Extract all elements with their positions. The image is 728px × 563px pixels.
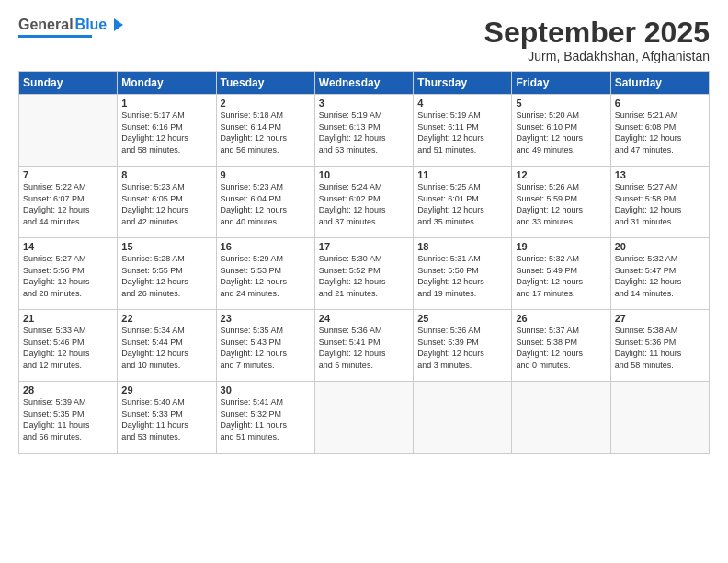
table-row: 5Sunrise: 5:20 AM Sunset: 6:10 PM Daylig…	[512, 95, 610, 167]
day-info: Sunrise: 5:38 AM Sunset: 5:36 PM Dayligh…	[615, 325, 705, 371]
logo: General Blue	[18, 17, 125, 38]
table-row	[314, 382, 413, 454]
day-number: 3	[319, 98, 409, 109]
day-number: 30	[221, 385, 311, 396]
day-info: Sunrise: 5:40 AM Sunset: 5:33 PM Dayligh…	[121, 396, 211, 442]
header-monday: Monday	[118, 72, 216, 95]
day-number: 21	[23, 313, 113, 324]
day-number: 18	[417, 241, 507, 252]
day-info: Sunrise: 5:26 AM Sunset: 5:59 PM Dayligh…	[516, 181, 606, 227]
calendar-table: Sunday Monday Tuesday Wednesday Thursday…	[18, 71, 710, 454]
month-title: September 2025	[484, 17, 710, 49]
day-number: 12	[516, 169, 606, 180]
day-number: 28	[23, 385, 113, 396]
day-number: 5	[516, 98, 606, 109]
table-row: 23Sunrise: 5:35 AM Sunset: 5:43 PM Dayli…	[216, 310, 314, 382]
table-row: 16Sunrise: 5:29 AM Sunset: 5:53 PM Dayli…	[216, 238, 314, 310]
day-number: 14	[23, 241, 113, 252]
logo-general: General	[18, 17, 74, 33]
title-section: September 2025 Jurm, Badakhshan, Afghani…	[484, 17, 710, 63]
table-row	[610, 382, 709, 454]
day-number: 10	[319, 169, 409, 180]
table-row: 8Sunrise: 5:23 AM Sunset: 6:05 PM Daylig…	[118, 167, 216, 238]
day-info: Sunrise: 5:35 AM Sunset: 5:43 PM Dayligh…	[221, 325, 311, 371]
table-row: 15Sunrise: 5:28 AM Sunset: 5:55 PM Dayli…	[118, 238, 216, 310]
table-row: 25Sunrise: 5:36 AM Sunset: 5:39 PM Dayli…	[414, 310, 512, 382]
table-row: 24Sunrise: 5:36 AM Sunset: 5:41 PM Dayli…	[314, 310, 413, 382]
table-row: 20Sunrise: 5:32 AM Sunset: 5:47 PM Dayli…	[610, 238, 709, 310]
day-number: 15	[121, 241, 211, 252]
table-row	[414, 382, 512, 454]
day-number: 1	[121, 98, 211, 109]
day-info: Sunrise: 5:25 AM Sunset: 6:01 PM Dayligh…	[417, 181, 507, 227]
day-info: Sunrise: 5:28 AM Sunset: 5:55 PM Dayligh…	[121, 253, 211, 299]
table-row: 11Sunrise: 5:25 AM Sunset: 6:01 PM Dayli…	[414, 167, 512, 238]
table-row: 14Sunrise: 5:27 AM Sunset: 5:56 PM Dayli…	[19, 238, 118, 310]
table-row: 17Sunrise: 5:30 AM Sunset: 5:52 PM Dayli…	[314, 238, 413, 310]
logo-underline	[18, 35, 92, 38]
svg-marker-0	[114, 18, 123, 31]
day-number: 6	[615, 98, 705, 109]
table-row: 18Sunrise: 5:31 AM Sunset: 5:50 PM Dayli…	[414, 238, 512, 310]
day-info: Sunrise: 5:20 AM Sunset: 6:10 PM Dayligh…	[516, 109, 606, 155]
table-row: 26Sunrise: 5:37 AM Sunset: 5:38 PM Dayli…	[512, 310, 610, 382]
day-info: Sunrise: 5:17 AM Sunset: 6:16 PM Dayligh…	[121, 109, 211, 155]
day-number: 26	[516, 313, 606, 324]
header: General Blue September 2025 Jurm, Badakh…	[18, 17, 710, 63]
header-sunday: Sunday	[19, 72, 118, 95]
header-wednesday: Wednesday	[314, 72, 413, 95]
day-number: 4	[417, 98, 507, 109]
logo-blue: Blue	[75, 17, 108, 33]
calendar-row: 21Sunrise: 5:33 AM Sunset: 5:46 PM Dayli…	[19, 310, 710, 382]
weekday-header-row: Sunday Monday Tuesday Wednesday Thursday…	[19, 72, 710, 95]
table-row: 28Sunrise: 5:39 AM Sunset: 5:35 PM Dayli…	[19, 382, 118, 454]
header-friday: Friday	[512, 72, 610, 95]
day-info: Sunrise: 5:34 AM Sunset: 5:44 PM Dayligh…	[121, 325, 211, 371]
table-row: 6Sunrise: 5:21 AM Sunset: 6:08 PM Daylig…	[610, 95, 709, 167]
calendar-row: 14Sunrise: 5:27 AM Sunset: 5:56 PM Dayli…	[19, 238, 710, 310]
day-number: 17	[319, 241, 409, 252]
day-info: Sunrise: 5:32 AM Sunset: 5:47 PM Dayligh…	[615, 253, 705, 299]
day-info: Sunrise: 5:27 AM Sunset: 5:58 PM Dayligh…	[615, 181, 705, 227]
header-tuesday: Tuesday	[216, 72, 314, 95]
day-info: Sunrise: 5:37 AM Sunset: 5:38 PM Dayligh…	[516, 325, 606, 371]
day-info: Sunrise: 5:23 AM Sunset: 6:04 PM Dayligh…	[221, 181, 311, 227]
calendar-row: 28Sunrise: 5:39 AM Sunset: 5:35 PM Dayli…	[19, 382, 710, 454]
table-row: 30Sunrise: 5:41 AM Sunset: 5:32 PM Dayli…	[216, 382, 314, 454]
day-number: 29	[121, 385, 211, 396]
day-number: 9	[221, 169, 311, 180]
table-row: 22Sunrise: 5:34 AM Sunset: 5:44 PM Dayli…	[118, 310, 216, 382]
day-number: 23	[221, 313, 311, 324]
day-info: Sunrise: 5:30 AM Sunset: 5:52 PM Dayligh…	[319, 253, 409, 299]
day-number: 24	[319, 313, 409, 324]
logo-icon: General Blue	[18, 17, 125, 33]
calendar-page: General Blue September 2025 Jurm, Badakh…	[0, 0, 728, 563]
calendar-row: 1Sunrise: 5:17 AM Sunset: 6:16 PM Daylig…	[19, 95, 710, 167]
day-info: Sunrise: 5:22 AM Sunset: 6:07 PM Dayligh…	[23, 181, 113, 227]
header-saturday: Saturday	[610, 72, 709, 95]
day-number: 20	[615, 241, 705, 252]
day-number: 13	[615, 169, 705, 180]
day-info: Sunrise: 5:29 AM Sunset: 5:53 PM Dayligh…	[221, 253, 311, 299]
table-row: 19Sunrise: 5:32 AM Sunset: 5:49 PM Dayli…	[512, 238, 610, 310]
day-info: Sunrise: 5:31 AM Sunset: 5:50 PM Dayligh…	[417, 253, 507, 299]
day-info: Sunrise: 5:36 AM Sunset: 5:39 PM Dayligh…	[417, 325, 507, 371]
table-row: 29Sunrise: 5:40 AM Sunset: 5:33 PM Dayli…	[118, 382, 216, 454]
day-info: Sunrise: 5:33 AM Sunset: 5:46 PM Dayligh…	[23, 325, 113, 371]
table-row: 13Sunrise: 5:27 AM Sunset: 5:58 PM Dayli…	[610, 167, 709, 238]
day-info: Sunrise: 5:21 AM Sunset: 6:08 PM Dayligh…	[615, 109, 705, 155]
table-row: 12Sunrise: 5:26 AM Sunset: 5:59 PM Dayli…	[512, 167, 610, 238]
day-number: 11	[417, 169, 507, 180]
table-row: 10Sunrise: 5:24 AM Sunset: 6:02 PM Dayli…	[314, 167, 413, 238]
day-info: Sunrise: 5:19 AM Sunset: 6:13 PM Dayligh…	[319, 109, 409, 155]
day-number: 16	[221, 241, 311, 252]
day-number: 22	[121, 313, 211, 324]
day-number: 19	[516, 241, 606, 252]
day-info: Sunrise: 5:32 AM Sunset: 5:49 PM Dayligh…	[516, 253, 606, 299]
table-row	[512, 382, 610, 454]
table-row: 7Sunrise: 5:22 AM Sunset: 6:07 PM Daylig…	[19, 167, 118, 238]
day-number: 7	[23, 169, 113, 180]
day-info: Sunrise: 5:27 AM Sunset: 5:56 PM Dayligh…	[23, 253, 113, 299]
day-info: Sunrise: 5:39 AM Sunset: 5:35 PM Dayligh…	[23, 396, 113, 442]
day-number: 27	[615, 313, 705, 324]
